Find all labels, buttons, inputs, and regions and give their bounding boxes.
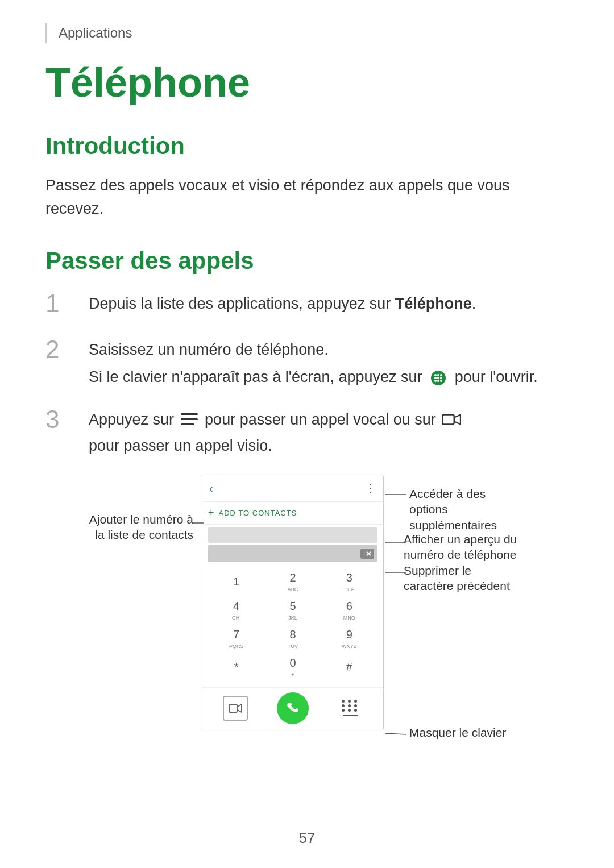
section-title-introduction: Introduction [45,128,569,164]
back-button[interactable]: ‹ [209,480,213,497]
svg-marker-15 [362,550,373,558]
step-3-text-middle: pour passer un appel vocal ou sur [205,408,436,431]
svg-marker-19 [238,704,242,712]
intro-text: Passez des appels vocaux et visio et rép… [45,174,569,220]
svg-point-9 [440,380,442,382]
keypad-row-1: 1 2ABC 3DEF [208,569,377,594]
key-2[interactable]: 2ABC [276,569,310,594]
keypad-row-3: 7PQRS 8TUV 9WXYZ [208,626,377,651]
step-1-content: Depuis la liste des applications, appuye… [89,289,476,315]
annotation-hide: Masquer le clavier [409,725,523,740]
video-call-button[interactable] [223,696,248,721]
step-2-number: 2 [45,335,80,365]
step-1-number: 1 [45,289,80,319]
add-icon: + [208,505,214,521]
delete-char-icon[interactable] [360,549,374,559]
keypad-row-4: * 0+ # [208,654,377,679]
keypad-row-2: 4GHI 5JKL 6MNO [208,597,377,622]
step-2-main: Saisissez un numéro de téléphone. [89,338,538,362]
step-3-text-before: Appuyez sur [89,408,174,431]
phone-screen-wrapper: ‹ ⋮ + ADD TO CONTACTS [202,475,384,730]
diagram-wrapper: Ajouter le numéro à la liste de contacts… [80,475,523,793]
page-number: 57 [45,827,569,849]
svg-rect-18 [229,704,237,712]
step-2: 2 Saisissez un numéro de téléphone. Si l… [45,335,569,389]
key-hash[interactable]: # [332,654,366,679]
key-5[interactable]: 5JKL [276,597,310,622]
add-to-contacts-row[interactable]: + ADD TO CONTACTS [202,502,383,525]
annotation-delete: Supprimer le caractère précédent [404,563,523,594]
step-1-text-before: Depuis la liste des applications, appuye… [89,295,395,312]
svg-point-6 [440,377,442,379]
dialpad-open-icon [429,368,448,388]
video-call-icon [442,410,461,429]
step-3-content: Appuyez sur pour passer un appel vocal o… [89,405,569,458]
page-title: Téléphone [45,60,569,105]
svg-rect-12 [181,423,194,425]
svg-rect-13 [442,415,454,425]
more-options-button[interactable]: ⋮ [365,480,376,497]
svg-marker-14 [455,415,460,425]
svg-point-3 [440,374,442,376]
svg-point-7 [434,380,437,382]
key-star[interactable]: * [219,654,254,679]
add-contact-label: ADD TO CONTACTS [219,508,297,519]
call-button[interactable] [277,692,309,724]
step-3-text-after: pour passer un appel visio. [89,434,272,458]
key-3[interactable]: 3DEF [332,569,366,594]
section-title-passer: Passer des appels [45,243,569,279]
breadcrumb: Applications [45,23,569,43]
phone-top-bar: ‹ ⋮ [202,475,383,502]
step-3: 3 Appuyez sur pour passer un appel vocal… [45,405,569,458]
list-lines-icon [180,410,199,429]
number-display [208,545,377,562]
svg-line-24 [385,733,406,734]
step-1-bold: Téléphone [395,295,472,312]
svg-rect-11 [181,418,198,420]
key-6[interactable]: 6MNO [332,597,366,622]
key-9[interactable]: 9WXYZ [332,626,366,651]
svg-point-1 [434,374,437,376]
svg-point-2 [437,374,439,376]
keypad-bottom [202,687,383,730]
key-0[interactable]: 0+ [276,654,310,679]
svg-point-8 [437,380,439,382]
dialpad-toggle-button[interactable] [338,696,363,721]
keypad: 1 2ABC 3DEF 4GHI 5JKL 6MNO 7PQRS 8TUV 9W… [202,564,383,687]
annotation-options: Accéder à des options supplémentaires [409,486,523,533]
annotation-add-contact: Ajouter le numéro à la liste de contacts [80,512,193,543]
svg-point-4 [434,377,437,379]
step-1-text-after: . [472,295,476,312]
steps-container: 1 Depuis la liste des applications, appu… [45,289,569,458]
phone-screen: ‹ ⋮ + ADD TO CONTACTS [202,475,384,730]
step-3-number: 3 [45,405,80,435]
key-7[interactable]: 7PQRS [219,626,254,651]
key-8[interactable]: 8TUV [276,626,310,651]
key-1[interactable]: 1 [219,569,254,594]
svg-rect-10 [181,413,198,415]
key-4[interactable]: 4GHI [219,597,254,622]
step-2-content: Saisissez un numéro de téléphone. Si le … [89,335,538,389]
annotation-preview: Afficher un aperçu du numéro de téléphon… [404,531,523,563]
step-1: 1 Depuis la liste des applications, appu… [45,289,569,319]
step-2-sub: Si le clavier n'apparaît pas à l'écran, … [89,366,538,389]
svg-point-5 [437,377,439,379]
